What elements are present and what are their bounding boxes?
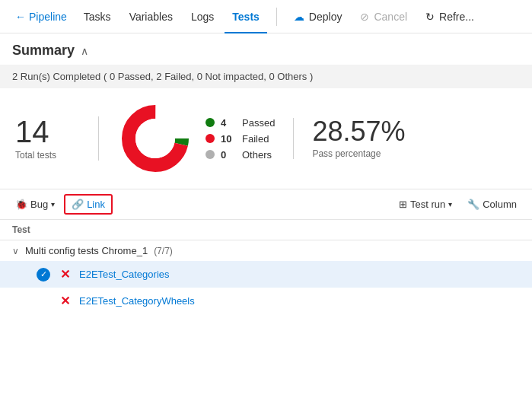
- test-table: Test ∨ Multi config tests Chrome_1 (7/7)…: [0, 220, 532, 314]
- bug-label: Bug: [30, 199, 48, 210]
- pipeline-nav-label: Pipeline: [29, 11, 67, 23]
- test-name[interactable]: E2ETest_Categories: [79, 269, 170, 280]
- group-count: (7/7): [154, 246, 173, 256]
- nav-item-tests[interactable]: Tests: [225, 0, 267, 33]
- toolbar-right: ⊞ Test run ▾ 🔧 Column: [393, 196, 523, 213]
- total-tests-label: Total tests: [15, 150, 56, 161]
- others-count: 0: [221, 149, 236, 161]
- refresh-label: Refre...: [439, 11, 474, 23]
- chart-legend: 4 Passed 10 Failed 0 Others: [205, 117, 275, 161]
- test-group-row[interactable]: ∨ Multi config tests Chrome_1 (7/7): [0, 240, 532, 261]
- top-navigation: ← Pipeline Tasks Variables Logs Tests ☁ …: [0, 0, 532, 33]
- test-row[interactable]: ✓ ✕ E2ETest_Categories: [0, 261, 532, 288]
- link-button[interactable]: 🔗 Link: [64, 194, 113, 215]
- pass-percentage-section: 28.57% Pass percentage: [293, 118, 423, 159]
- legend-others: 0 Others: [205, 149, 275, 161]
- deploy-label: Deploy: [309, 11, 342, 23]
- failed-x-icon: ✕: [58, 267, 72, 282]
- column-button[interactable]: 🔧 Column: [461, 196, 523, 213]
- status-text: 2 Run(s) Completed ( 0 Passed, 2 Failed,…: [12, 71, 313, 82]
- cancel-icon: ⊘: [360, 11, 369, 23]
- refresh-button[interactable]: ↻ Refre...: [418, 8, 482, 26]
- stats-area: 14 Total tests 4 Passed 10 Faile: [0, 88, 532, 189]
- toolbar: 🐞 Bug ▾ 🔗 Link ⊞ Test run ▾ 🔧 Column: [0, 189, 532, 220]
- deploy-button[interactable]: ☁ Deploy: [286, 8, 350, 26]
- back-to-pipeline[interactable]: ← Pipeline: [9, 8, 73, 26]
- passed-count: 4: [221, 117, 236, 129]
- failed-x-icon: ✕: [58, 294, 72, 308]
- failed-count: 10: [221, 133, 236, 145]
- test-run-dropdown-icon: ▾: [448, 200, 452, 208]
- back-arrow-icon: ←: [15, 11, 26, 23]
- group-chevron-icon: ∨: [12, 246, 19, 256]
- group-name: Multi config tests Chrome_1: [25, 245, 148, 256]
- summary-section-header: Summary ∧: [0, 33, 532, 65]
- link-label: Link: [87, 199, 105, 210]
- test-name[interactable]: E2ETest_CategoryWheels: [79, 295, 195, 307]
- cancel-button[interactable]: ⊘ Cancel: [352, 8, 415, 26]
- test-run-button[interactable]: ⊞ Test run ▾: [393, 196, 458, 213]
- column-label: Column: [483, 199, 517, 210]
- others-label: Others: [242, 149, 272, 161]
- passed-dot: [205, 118, 215, 127]
- summary-title: Summary: [12, 43, 75, 59]
- percentage-number: 28.57%: [312, 118, 405, 145]
- legend-failed: 10 Failed: [205, 133, 275, 145]
- percentage-label: Pass percentage: [312, 148, 405, 159]
- total-tests-section: 14 Total tests: [15, 116, 99, 161]
- tasks-label: Tasks: [84, 11, 111, 23]
- test-row[interactable]: ✕ E2ETest_CategoryWheels: [0, 288, 532, 314]
- summary-chevron-icon[interactable]: ∧: [81, 45, 88, 57]
- variables-label: Variables: [129, 11, 173, 23]
- test-run-icon: ⊞: [399, 199, 407, 210]
- refresh-icon: ↻: [425, 11, 435, 23]
- legend-passed: 4 Passed: [205, 117, 275, 129]
- passed-label: Passed: [242, 117, 275, 129]
- status-bar: 2 Run(s) Completed ( 0 Passed, 2 Failed,…: [0, 65, 532, 88]
- nav-item-variables[interactable]: Variables: [122, 0, 180, 33]
- table-column-header: Test: [0, 220, 532, 240]
- donut-hole: [135, 119, 175, 158]
- tests-label: Tests: [232, 11, 260, 23]
- test-run-label: Test run: [410, 199, 445, 210]
- column-icon: 🔧: [467, 199, 479, 210]
- cancel-label: Cancel: [374, 11, 407, 23]
- logs-label: Logs: [191, 11, 214, 23]
- nav-item-logs[interactable]: Logs: [183, 0, 221, 33]
- failed-label: Failed: [242, 133, 269, 145]
- nav-item-tasks[interactable]: Tasks: [76, 0, 119, 33]
- link-icon: 🔗: [72, 199, 84, 210]
- selected-check-icon: ✓: [37, 268, 50, 282]
- cloud-icon: ☁: [294, 11, 304, 23]
- failed-dot: [205, 134, 215, 143]
- total-tests-number: 14: [15, 116, 49, 147]
- bug-dropdown-icon: ▾: [51, 200, 55, 208]
- nav-divider: [276, 8, 277, 26]
- others-dot: [205, 150, 215, 159]
- donut-chart: [117, 100, 193, 177]
- test-column-label: Test: [12, 224, 30, 235]
- bug-icon: 🐞: [15, 199, 27, 210]
- donut-chart-container: 4 Passed 10 Failed 0 Others: [99, 100, 293, 177]
- bug-button[interactable]: 🐞 Bug ▾: [9, 196, 61, 213]
